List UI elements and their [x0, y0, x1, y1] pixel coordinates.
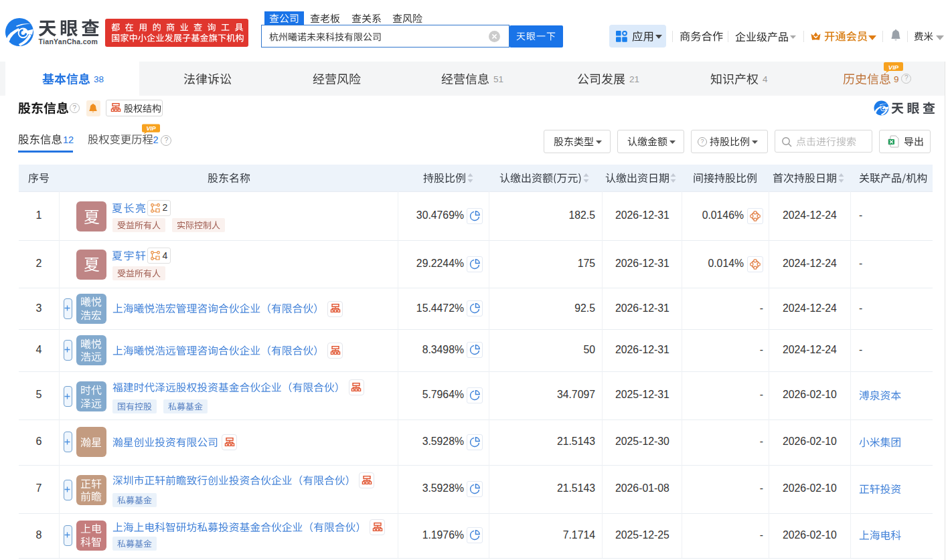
svg-text:VIP: VIP — [146, 125, 155, 132]
svg-text:VIP: VIP — [888, 63, 899, 70]
